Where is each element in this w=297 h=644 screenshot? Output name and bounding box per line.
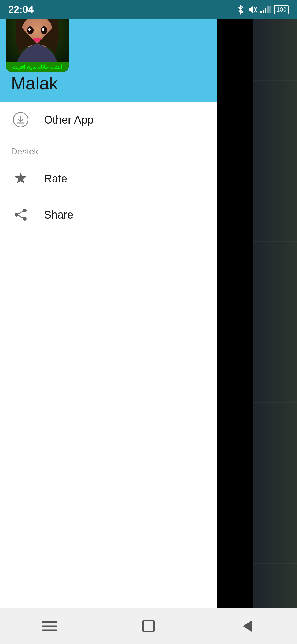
nav-home-button[interactable] xyxy=(138,615,160,637)
svg-point-14 xyxy=(42,28,44,31)
svg-rect-7 xyxy=(269,6,271,13)
other-app-icon xyxy=(11,110,30,129)
svg-line-24 xyxy=(18,215,23,218)
status-time: 22:04 xyxy=(8,4,34,15)
svg-rect-5 xyxy=(265,8,266,13)
svg-rect-28 xyxy=(143,621,154,632)
share-icon xyxy=(14,208,28,222)
svg-point-20 xyxy=(23,209,27,212)
back-triangle-icon xyxy=(241,619,254,633)
overlay xyxy=(253,0,297,644)
svg-marker-0 xyxy=(249,6,253,13)
svg-rect-6 xyxy=(267,6,269,13)
svg-point-21 xyxy=(15,213,18,217)
hamburger-icon xyxy=(41,619,58,633)
svg-rect-4 xyxy=(263,10,264,13)
svg-rect-3 xyxy=(260,11,262,13)
signal-icon xyxy=(260,6,271,13)
rate-label: Rate xyxy=(44,173,67,185)
svg-point-13 xyxy=(28,28,31,31)
status-bar: 22:04 100 xyxy=(0,0,297,19)
svg-marker-29 xyxy=(243,621,252,632)
mute-icon xyxy=(248,5,257,14)
rate-menu-item[interactable]: Rate xyxy=(0,161,217,197)
svg-marker-19 xyxy=(15,173,26,183)
star-icon xyxy=(13,171,28,186)
square-icon xyxy=(142,619,155,633)
navigation-drawer: الشابة ملاك بدون انترنت Malak Other App xyxy=(0,0,217,644)
battery-icon: 100 xyxy=(274,5,289,14)
other-app-label: Other App xyxy=(44,114,94,126)
nav-back-button[interactable] xyxy=(237,615,258,637)
download-icon xyxy=(13,112,28,127)
share-icon-container xyxy=(11,205,30,224)
status-icons: 100 xyxy=(237,5,289,15)
app-icon-label: الشابة ملاك بدون انترنت xyxy=(6,62,69,72)
svg-line-23 xyxy=(18,211,23,214)
share-label: Share xyxy=(44,209,73,221)
bluetooth-icon xyxy=(237,5,244,15)
rate-icon-container xyxy=(11,169,30,188)
share-menu-item[interactable]: Share xyxy=(0,197,217,233)
navigation-bar xyxy=(0,608,297,644)
other-app-menu-item[interactable]: Other App xyxy=(0,102,217,138)
drawer-content: Other App Destek Rate xyxy=(0,102,217,644)
section-destek-header: Destek xyxy=(0,138,217,161)
nav-menu-button[interactable] xyxy=(38,615,61,637)
svg-point-22 xyxy=(23,217,27,221)
